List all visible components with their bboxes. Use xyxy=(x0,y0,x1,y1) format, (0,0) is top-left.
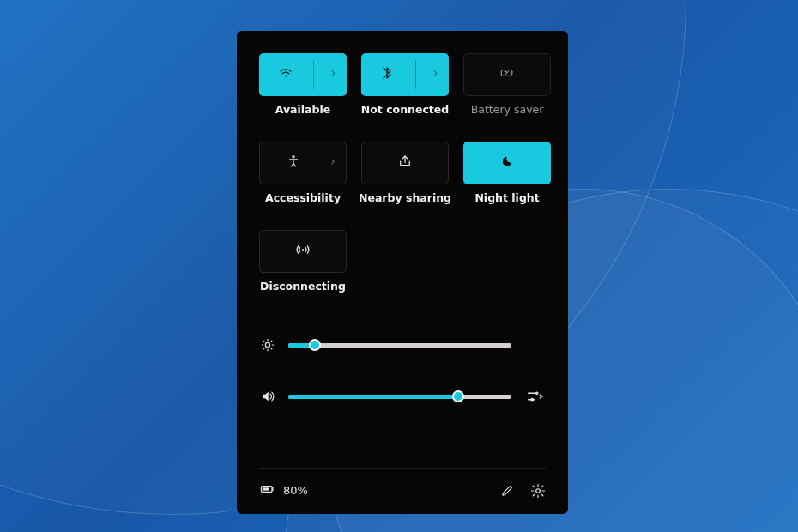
panel-footer: 80% xyxy=(259,468,546,500)
volume-slider-row xyxy=(259,387,546,406)
svg-point-4 xyxy=(265,342,269,347)
battery-status[interactable]: 80% xyxy=(259,481,308,500)
svg-point-5 xyxy=(536,392,538,394)
svg-point-3 xyxy=(302,249,304,251)
audio-output-button[interactable] xyxy=(523,387,546,406)
sliders-section xyxy=(259,337,546,406)
chevron-right-icon[interactable] xyxy=(329,69,338,81)
bluetooth-tile-label: Not connected xyxy=(361,103,449,116)
quick-settings-panel: Available Not connected Battery xyxy=(237,31,568,514)
volume-icon xyxy=(259,389,276,404)
battery-icon xyxy=(259,481,276,500)
wifi-icon xyxy=(278,65,293,84)
accessibility-tile[interactable] xyxy=(259,142,347,184)
mobile-hotspot-tile[interactable] xyxy=(259,230,347,273)
edit-button[interactable] xyxy=(500,483,515,498)
accessibility-icon xyxy=(286,154,301,172)
brightness-icon xyxy=(259,337,276,353)
battery-saver-tile-label: Battery saver xyxy=(471,103,544,116)
settings-button[interactable] xyxy=(530,483,546,499)
quick-settings-grid: Available Not connected Battery xyxy=(259,53,546,293)
bluetooth-icon xyxy=(380,66,394,83)
wifi-tile[interactable] xyxy=(259,53,347,96)
brightness-slider-row xyxy=(259,337,546,353)
svg-point-9 xyxy=(536,488,541,493)
svg-point-0 xyxy=(285,76,287,77)
nearby-sharing-tile[interactable] xyxy=(361,142,449,184)
share-icon xyxy=(397,154,413,172)
night-light-tile[interactable] xyxy=(463,142,551,184)
chevron-right-icon[interactable] xyxy=(431,69,440,81)
battery-saver-icon xyxy=(499,64,516,85)
moon-icon xyxy=(500,154,514,172)
bluetooth-tile[interactable] xyxy=(361,53,449,96)
svg-point-2 xyxy=(293,156,294,158)
battery-percent-label: 80% xyxy=(283,484,308,497)
battery-saver-tile[interactable] xyxy=(463,53,551,96)
nearby-sharing-tile-label: Nearby sharing xyxy=(359,191,451,204)
wifi-tile-label: Available xyxy=(275,103,331,116)
svg-rect-8 xyxy=(263,487,269,490)
night-light-tile-label: Night light xyxy=(475,191,539,204)
mobile-hotspot-tile-label: Disconnecting xyxy=(260,280,346,293)
brightness-slider[interactable] xyxy=(288,343,511,348)
accessibility-tile-label: Accessibility xyxy=(265,191,341,204)
hotspot-icon xyxy=(294,241,311,262)
chevron-right-icon[interactable] xyxy=(329,158,337,169)
volume-slider[interactable] xyxy=(288,395,511,399)
